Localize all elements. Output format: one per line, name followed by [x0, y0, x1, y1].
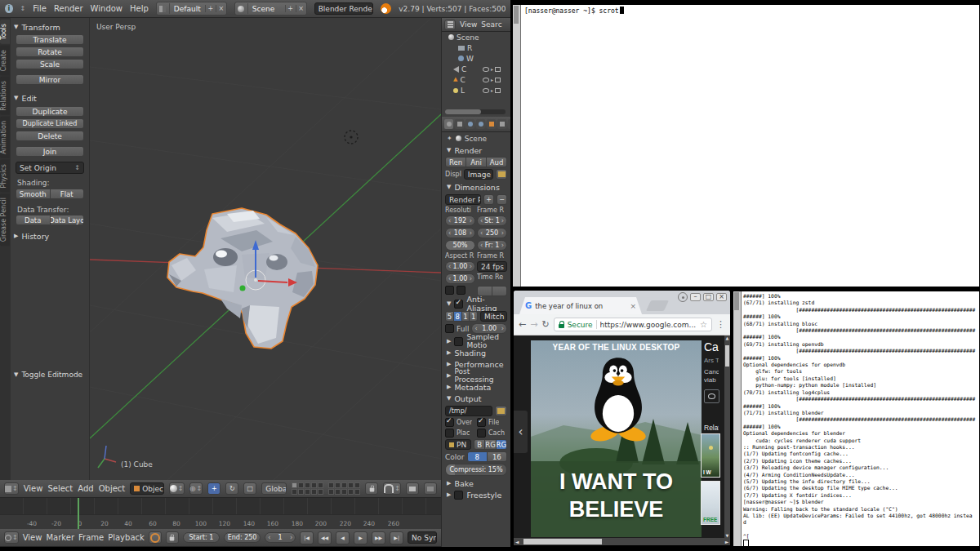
resolution-y-field[interactable]: 108 [445, 228, 475, 238]
outliner-row-lamp[interactable]: L ▸ [442, 85, 510, 96]
layout-delete-button[interactable]: × [216, 5, 226, 12]
cache-checkbox[interactable] [477, 429, 486, 438]
manipulator-rotate-icon[interactable]: ↻ [225, 482, 238, 495]
outliner-editor-icon[interactable] [444, 20, 456, 30]
audio-button[interactable]: Aud [487, 157, 507, 167]
tab-render-icon[interactable] [444, 119, 453, 129]
panel-edit[interactable]: ▼Edit [11, 92, 40, 104]
tab-tools[interactable]: Tools [0, 20, 10, 44]
viewport-3d[interactable]: User Persp (1) Cube [90, 18, 441, 480]
render-preset-dropdown[interactable]: Render P... [445, 194, 481, 205]
aa-filter-dropdown[interactable]: Mitch [480, 311, 507, 322]
aa-11-button[interactable]: 1 [462, 311, 470, 322]
frame-end-prop[interactable]: 250 [477, 228, 507, 238]
visit-button[interactable] [704, 389, 719, 403]
panel-history[interactable]: ▶History [11, 230, 52, 242]
maximize-button[interactable]: □ [703, 293, 714, 301]
frame-start-field[interactable]: Start: 1 [183, 532, 220, 543]
menu-window[interactable]: Window [91, 4, 122, 13]
select-menu[interactable]: Select [47, 484, 73, 493]
layers-widget-left[interactable] [292, 482, 323, 495]
tab-animation[interactable]: Animation [0, 117, 10, 158]
aa-5-button[interactable]: 5 [445, 311, 454, 322]
horizontal-scroll-thumb[interactable] [523, 539, 602, 544]
terminal-window-bottom[interactable]: ######] 100% (67/71) installing zstd [##… [733, 291, 980, 547]
panel-bake[interactable]: ▶Bake [442, 478, 510, 489]
editor-type-icon[interactable]: ↕ [4, 482, 19, 495]
rgb-button[interactable]: RG [485, 439, 496, 450]
forward-icon[interactable]: → [530, 319, 537, 330]
render-button[interactable]: Ren [445, 157, 466, 167]
current-frame-field[interactable]: 1 [265, 532, 296, 543]
new-tab-button[interactable] [646, 300, 669, 311]
render-opengl-anim-icon[interactable] [424, 482, 437, 495]
play-reverse-button[interactable]: ◀ [336, 531, 350, 544]
scene-selector[interactable]: Scene + × [234, 2, 307, 16]
play-button[interactable]: ▶ [354, 531, 368, 544]
scene-delete-button[interactable]: × [296, 5, 306, 12]
keyingset-lock-icon[interactable] [166, 531, 179, 544]
address-bar[interactable]: Secure https://www.google.com... ☆ [554, 318, 712, 331]
placeholders-checkbox[interactable] [445, 429, 454, 438]
xterm-scrollbar[interactable] [733, 291, 742, 546]
manipulator-scale-icon[interactable]: □ [243, 482, 256, 495]
autokey-record-icon[interactable] [149, 531, 162, 544]
editor-dropdown-icon[interactable]: ↕ [20, 5, 26, 12]
pin-icon[interactable]: ✦ [447, 135, 452, 142]
prev-keyframe-button[interactable]: ◀◀ [318, 531, 332, 544]
frame-end-field[interactable]: End: 250 [224, 532, 261, 543]
full-sample-checkbox[interactable] [445, 324, 454, 333]
mode-dropdown[interactable]: Object Mode [130, 482, 164, 495]
layout-add-button[interactable]: + [205, 5, 216, 12]
related-thumbnail-2[interactable]: FREE [701, 481, 720, 525]
output-path-field[interactable]: /tmp/ [445, 406, 492, 416]
tab-renderlayers-icon[interactable] [455, 119, 464, 129]
flat-button[interactable]: Flat [51, 189, 85, 199]
info-editor-icon[interactable]: i [5, 4, 13, 13]
shading-dropdown[interactable]: ↕ [169, 482, 185, 495]
data-layout-button[interactable]: Data Layo [51, 215, 85, 225]
timeline-view-menu[interactable]: View [23, 533, 42, 542]
join-button[interactable]: Join [16, 146, 84, 157]
outliner-scrollbar[interactable] [445, 109, 506, 114]
menu-render[interactable]: Render [54, 4, 83, 13]
scroll-up-icon[interactable]: ▲ [724, 335, 730, 340]
data-button[interactable]: Data [16, 215, 51, 225]
outliner-view-menu[interactable]: View [460, 20, 477, 29]
aspect-y-field[interactable]: 1.00 [445, 273, 475, 284]
rgba-button[interactable]: RG [497, 439, 507, 450]
browser-tab[interactable]: G the year of linux on × [519, 297, 642, 314]
preset-remove-button[interactable]: − [497, 194, 507, 205]
display-dropdown[interactable]: Image [464, 169, 493, 180]
panel-render[interactable]: ▼Render [442, 144, 510, 156]
panel-transform[interactable]: ▼Transform [11, 21, 64, 33]
delete-button[interactable]: Delete [16, 131, 84, 141]
jump-first-button[interactable]: |◀ [300, 531, 314, 544]
tab-grease-pencil[interactable]: Grease Pencil [0, 193, 10, 246]
add-menu[interactable]: Add [78, 484, 93, 493]
file-browse-icon[interactable] [495, 406, 507, 416]
mirror-button[interactable]: Mirror [16, 74, 84, 85]
manipulator-translate-icon[interactable]: + [207, 482, 220, 495]
translate-button[interactable]: Translate [16, 34, 84, 45]
menu-file[interactable]: File [33, 4, 47, 13]
close-button[interactable]: × [716, 293, 727, 301]
tab-world-icon[interactable] [476, 119, 485, 129]
outliner-row-cube[interactable]: ▲ C ▸ [442, 74, 510, 85]
duplicate-linked-button[interactable]: Duplicate Linked [16, 118, 84, 129]
panel-toggle-editmode[interactable]: ▼Toggle Editmode [11, 369, 86, 380]
back-icon[interactable]: ← [519, 319, 526, 330]
aa-16-button[interactable]: 1 [470, 311, 478, 322]
overwrite-checkbox[interactable] [445, 418, 454, 427]
duplicate-button[interactable]: Duplicate [16, 106, 84, 117]
scroll-left-icon[interactable]: ◄ [514, 539, 520, 544]
linux-desktop-poster-image[interactable]: YEAR OF THE LINUX DESKTOP I WANT TO BELI… [531, 340, 702, 537]
aa-8-button[interactable]: 8 [454, 311, 462, 322]
vertical-scroll-thumb[interactable] [725, 345, 729, 367]
tab-physics[interactable]: Physics [0, 160, 10, 193]
compression-slider[interactable]: Compressi: 15% [445, 464, 507, 476]
animation-button[interactable]: Ani [466, 157, 487, 167]
horizontal-scrollbar[interactable]: ◄ ► [514, 538, 730, 545]
selectability-icon[interactable]: ▸ [491, 87, 493, 93]
tab-scene-icon[interactable] [466, 119, 474, 129]
